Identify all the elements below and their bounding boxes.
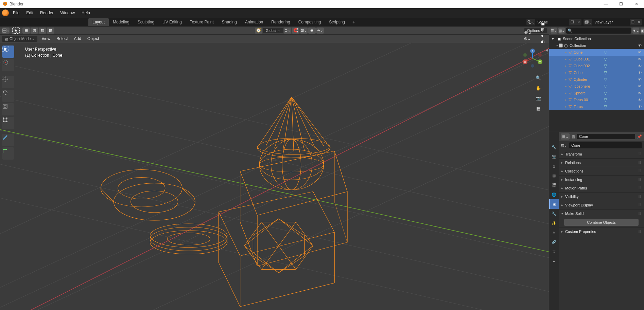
- outliner-item-torus[interactable]: ▸▽Torus▽👁: [549, 103, 644, 110]
- outliner-scene-root[interactable]: ▾ ▣ Scene Collection: [549, 35, 644, 42]
- add-menu[interactable]: Add: [72, 36, 83, 42]
- snap-type-dropdown[interactable]: ⊡⌄: [300, 28, 308, 34]
- xray-toggle[interactable]: ▣: [539, 20, 547, 26]
- visibility-toggle[interactable]: 👁: [637, 50, 643, 54]
- menu-render[interactable]: Render: [37, 9, 56, 17]
- disclosure-icon[interactable]: ▸: [564, 85, 568, 88]
- props-tab-render[interactable]: 📷: [549, 152, 559, 161]
- outliner-collection[interactable]: ▾ ▢ Collection 👁: [549, 42, 644, 49]
- disclosure-icon[interactable]: ▸: [561, 203, 563, 207]
- tab-modeling[interactable]: Modeling: [109, 18, 134, 26]
- pan-button[interactable]: ✋: [534, 84, 543, 92]
- toggle-ortho-button[interactable]: ▦: [534, 104, 543, 113]
- panel-header[interactable]: ▸Custom Properties⠿: [559, 227, 644, 236]
- blender-logo-icon[interactable]: [2, 10, 9, 16]
- shading-wireframe[interactable]: ⊞: [539, 26, 547, 33]
- disclosure-icon[interactable]: ▸: [564, 64, 568, 68]
- tab-layout[interactable]: Layout: [88, 18, 109, 26]
- props-tab-tool[interactable]: 🔧: [549, 142, 559, 152]
- outliner-item-cube[interactable]: ▸▽Cube▽👁: [549, 69, 644, 76]
- drag-handle-icon[interactable]: ⠿: [638, 212, 641, 216]
- visibility-toggle[interactable]: 👁: [637, 57, 643, 61]
- props-tab-world[interactable]: 🌐: [549, 190, 559, 199]
- cursor-tool-icon[interactable]: ▦: [22, 28, 30, 34]
- tab-uv-editing[interactable]: UV Editing: [158, 18, 186, 26]
- disclosure-icon[interactable]: ▸: [561, 161, 563, 164]
- outliner-item-cube-002[interactable]: ▸▽Cube.002▽👁: [549, 62, 644, 69]
- props-tab-particles[interactable]: ✨: [549, 218, 559, 228]
- outliner-item-cube-001[interactable]: ▸▽Cube.001▽👁: [549, 56, 644, 62]
- panel-header[interactable]: ▸Relations⠿: [559, 159, 644, 167]
- tab-texture-paint[interactable]: Texture Paint: [186, 18, 218, 26]
- pivot-point-button[interactable]: ⊙⌄: [284, 28, 291, 34]
- tool-measure[interactable]: [2, 147, 14, 160]
- tool-transform[interactable]: [2, 117, 14, 129]
- disclosure-icon[interactable]: ▸: [564, 71, 568, 74]
- outliner-item-torus-001[interactable]: ▸▽Torus.001▽👁: [549, 96, 644, 103]
- visibility-dropdown[interactable]: 👁⌄: [522, 30, 534, 36]
- tab-compositing[interactable]: Compositing: [294, 18, 325, 26]
- disclosure-icon[interactable]: ▸: [564, 91, 568, 95]
- outliner-item-cylinder[interactable]: ▸▽Cylinder▽👁: [549, 76, 644, 83]
- drag-handle-icon[interactable]: ⠿: [638, 186, 641, 190]
- scene-selector[interactable]: ⌄ ❐ ✕: [526, 19, 581, 25]
- viewlayer-browse-icon[interactable]: ⌄: [584, 19, 592, 25]
- disclosure-icon[interactable]: ▸: [561, 195, 563, 198]
- snap-increment-icon[interactable]: ▧: [31, 28, 38, 34]
- drag-handle-icon[interactable]: ⠿: [638, 161, 641, 165]
- proportional-falloff-dropdown[interactable]: ∿⌄: [316, 28, 324, 34]
- camera-view-button[interactable]: 📷: [534, 94, 543, 103]
- navigation-gizmo[interactable]: X Y Z: [522, 48, 543, 69]
- drag-handle-icon[interactable]: ⠿: [638, 195, 641, 199]
- visibility-toggle[interactable]: 👁: [637, 105, 643, 109]
- outliner-search[interactable]: 🔍: [566, 28, 631, 34]
- outliner-item-sphere[interactable]: ▸▽Sphere▽👁: [549, 90, 644, 96]
- tab-rendering[interactable]: Rendering: [267, 18, 294, 26]
- panel-header[interactable]: ▸Collections⠿: [559, 167, 644, 175]
- visibility-toggle[interactable]: 👁: [637, 64, 643, 68]
- disclosure-icon[interactable]: ▸: [564, 78, 568, 81]
- viewlayer-name-input[interactable]: [592, 19, 630, 25]
- object-name-input[interactable]: Cone: [569, 142, 642, 148]
- gizmo-toggle[interactable]: ⊕⌄: [522, 36, 534, 42]
- menu-edit[interactable]: Edit: [23, 9, 36, 17]
- tool-cursor[interactable]: [2, 59, 14, 71]
- combine-objects-button[interactable]: Combine Objects: [564, 219, 639, 226]
- drag-handle-icon[interactable]: ⠿: [638, 152, 641, 157]
- select-menu[interactable]: Select: [54, 36, 70, 42]
- props-tab-physics[interactable]: ⚛: [549, 228, 559, 237]
- transform-orientation-icon[interactable]: 🧭: [255, 28, 262, 34]
- visibility-toggle[interactable]: 👁: [637, 98, 643, 102]
- disclosure-icon[interactable]: ▸: [564, 51, 568, 54]
- window-minimize-button[interactable]: —: [598, 0, 613, 8]
- scene-delete-button[interactable]: ✕: [575, 19, 581, 25]
- panel-header[interactable]: ▸Viewport Display⠿: [559, 201, 644, 209]
- zoom-button[interactable]: 🔍: [534, 73, 543, 82]
- props-tab-scene[interactable]: 🎬: [549, 180, 559, 190]
- viewlayer-new-button[interactable]: ❐: [630, 19, 636, 25]
- snap-toggle-button[interactable]: 🧲: [292, 28, 299, 34]
- 3d-viewport-canvas[interactable]: User Perspective (1) Collection | Cone: [0, 43, 549, 310]
- window-close-button[interactable]: ✕: [629, 0, 644, 8]
- menu-window[interactable]: Window: [57, 9, 77, 17]
- disclosure-icon[interactable]: ▸: [561, 186, 563, 190]
- props-tab-material[interactable]: ●: [549, 256, 559, 266]
- tab-shading[interactable]: Shading: [218, 18, 241, 26]
- drag-handle-icon[interactable]: ⠿: [638, 230, 641, 234]
- menu-help[interactable]: Help: [79, 9, 93, 17]
- snap-vertex-icon[interactable]: ▨: [39, 28, 46, 34]
- disclosure-icon[interactable]: ▸: [564, 57, 568, 61]
- visibility-toggle[interactable]: 👁: [637, 77, 643, 81]
- transform-orientation-dropdown[interactable]: Global: [263, 28, 283, 33]
- view-menu[interactable]: View: [39, 36, 52, 42]
- props-editor-type[interactable]: ☰⌄: [561, 133, 570, 140]
- visibility-toggle[interactable]: 👁: [637, 91, 643, 95]
- outliner-new-collection-button[interactable]: ▣: [641, 28, 644, 34]
- tool-scale[interactable]: [2, 103, 14, 115]
- visibility-toggle[interactable]: 👁: [637, 43, 643, 48]
- tab-sculpting[interactable]: Sculpting: [134, 18, 158, 26]
- viewlayer-selector[interactable]: ⌄ ❐ ✕: [584, 19, 642, 25]
- add-workspace-button[interactable]: +: [349, 19, 359, 25]
- scene-new-button[interactable]: ❐: [569, 19, 575, 25]
- drag-handle-icon[interactable]: ⠿: [638, 169, 641, 174]
